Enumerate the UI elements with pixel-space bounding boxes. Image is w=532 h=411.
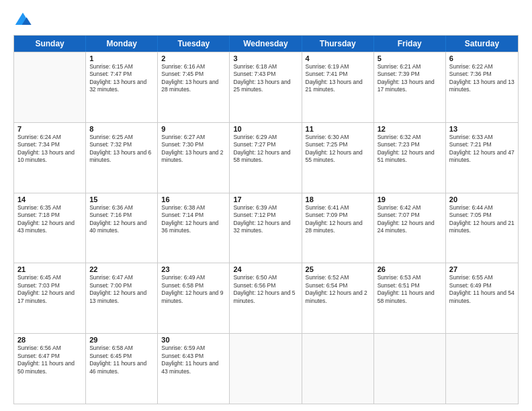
calendar-header: SundayMondayTuesdayWednesdayThursdayFrid… — [14, 36, 518, 52]
sun-info: Sunrise: 6:24 AM Sunset: 7:34 PM Dayligh… — [17, 134, 82, 165]
sun-info: Sunrise: 6:35 AM Sunset: 7:18 PM Dayligh… — [17, 204, 82, 235]
calendar-row-1: 1Sunrise: 6:15 AM Sunset: 7:47 PM Daylig… — [14, 52, 518, 122]
calendar-row-5: 28Sunrise: 6:56 AM Sunset: 6:47 PM Dayli… — [14, 333, 518, 404]
calendar-cell: 13Sunrise: 6:33 AM Sunset: 7:21 PM Dayli… — [446, 123, 518, 193]
calendar-cell: 2Sunrise: 6:16 AM Sunset: 7:45 PM Daylig… — [158, 52, 230, 122]
header-day-sunday: Sunday — [14, 36, 86, 52]
calendar-cell — [230, 334, 302, 404]
sun-info: Sunrise: 6:47 AM Sunset: 7:00 PM Dayligh… — [89, 274, 154, 305]
day-number: 23 — [161, 265, 226, 273]
day-number: 19 — [378, 195, 442, 203]
calendar: SundayMondayTuesdayWednesdayThursdayFrid… — [13, 35, 519, 404]
calendar-body: 1Sunrise: 6:15 AM Sunset: 7:47 PM Daylig… — [14, 52, 518, 404]
header-day-tuesday: Tuesday — [158, 36, 230, 52]
day-number: 9 — [161, 125, 226, 133]
day-number: 20 — [449, 195, 515, 203]
day-number: 29 — [89, 336, 154, 344]
sun-info: Sunrise: 6:21 AM Sunset: 7:39 PM Dayligh… — [378, 63, 442, 94]
calendar-cell — [446, 334, 518, 404]
day-number: 26 — [378, 265, 442, 273]
calendar-cell: 23Sunrise: 6:49 AM Sunset: 6:58 PM Dayli… — [158, 263, 230, 333]
calendar-cell: 24Sunrise: 6:50 AM Sunset: 6:56 PM Dayli… — [230, 263, 302, 333]
day-number: 2 — [161, 54, 226, 62]
day-number: 30 — [161, 336, 226, 344]
day-number: 24 — [233, 265, 298, 273]
day-number: 13 — [449, 125, 515, 133]
sun-info: Sunrise: 6:33 AM Sunset: 7:21 PM Dayligh… — [449, 134, 515, 165]
sun-info: Sunrise: 6:25 AM Sunset: 7:32 PM Dayligh… — [89, 134, 154, 165]
header — [13, 11, 519, 30]
sun-info: Sunrise: 6:44 AM Sunset: 7:05 PM Dayligh… — [449, 204, 515, 235]
sun-info: Sunrise: 6:38 AM Sunset: 7:14 PM Dayligh… — [161, 204, 226, 235]
calendar-cell: 4Sunrise: 6:19 AM Sunset: 7:41 PM Daylig… — [302, 52, 374, 122]
calendar-cell: 7Sunrise: 6:24 AM Sunset: 7:34 PM Daylig… — [14, 123, 86, 193]
sun-info: Sunrise: 6:45 AM Sunset: 7:03 PM Dayligh… — [17, 274, 82, 305]
sun-info: Sunrise: 6:56 AM Sunset: 6:47 PM Dayligh… — [17, 345, 82, 375]
day-number: 8 — [89, 125, 154, 133]
calendar-row-2: 7Sunrise: 6:24 AM Sunset: 7:34 PM Daylig… — [14, 122, 518, 193]
day-number: 22 — [89, 265, 154, 273]
calendar-cell: 28Sunrise: 6:56 AM Sunset: 6:47 PM Dayli… — [14, 334, 86, 404]
sun-info: Sunrise: 6:32 AM Sunset: 7:23 PM Dayligh… — [378, 134, 442, 165]
sun-info: Sunrise: 6:16 AM Sunset: 7:45 PM Dayligh… — [161, 63, 226, 94]
sun-info: Sunrise: 6:41 AM Sunset: 7:09 PM Dayligh… — [306, 204, 370, 235]
sun-info: Sunrise: 6:58 AM Sunset: 6:45 PM Dayligh… — [89, 345, 154, 375]
header-day-saturday: Saturday — [446, 36, 518, 52]
day-number: 10 — [233, 125, 298, 133]
sun-info: Sunrise: 6:27 AM Sunset: 7:30 PM Dayligh… — [161, 134, 226, 165]
calendar-cell: 25Sunrise: 6:52 AM Sunset: 6:54 PM Dayli… — [302, 263, 374, 333]
calendar-cell: 12Sunrise: 6:32 AM Sunset: 7:23 PM Dayli… — [374, 123, 446, 193]
calendar-cell: 15Sunrise: 6:36 AM Sunset: 7:16 PM Dayli… — [86, 193, 158, 263]
logo-icon — [13, 11, 32, 30]
calendar-cell: 20Sunrise: 6:44 AM Sunset: 7:05 PM Dayli… — [446, 193, 518, 263]
day-number: 25 — [306, 265, 370, 273]
calendar-cell: 16Sunrise: 6:38 AM Sunset: 7:14 PM Dayli… — [158, 193, 230, 263]
calendar-cell: 22Sunrise: 6:47 AM Sunset: 7:00 PM Dayli… — [86, 263, 158, 333]
day-number: 3 — [233, 54, 298, 62]
sun-info: Sunrise: 6:19 AM Sunset: 7:41 PM Dayligh… — [306, 63, 370, 94]
sun-info: Sunrise: 6:49 AM Sunset: 6:58 PM Dayligh… — [161, 274, 226, 305]
calendar-cell: 1Sunrise: 6:15 AM Sunset: 7:47 PM Daylig… — [86, 52, 158, 122]
sun-info: Sunrise: 6:15 AM Sunset: 7:47 PM Dayligh… — [89, 63, 154, 94]
sun-info: Sunrise: 6:53 AM Sunset: 6:51 PM Dayligh… — [378, 274, 442, 305]
sun-info: Sunrise: 6:42 AM Sunset: 7:07 PM Dayligh… — [378, 204, 442, 235]
calendar-cell: 14Sunrise: 6:35 AM Sunset: 7:18 PM Dayli… — [14, 193, 86, 263]
calendar-cell: 21Sunrise: 6:45 AM Sunset: 7:03 PM Dayli… — [14, 263, 86, 333]
sun-info: Sunrise: 6:30 AM Sunset: 7:25 PM Dayligh… — [306, 134, 370, 165]
day-number: 12 — [378, 125, 442, 133]
page: SundayMondayTuesdayWednesdayThursdayFrid… — [0, 0, 532, 411]
calendar-cell — [374, 334, 446, 404]
day-number: 7 — [17, 125, 82, 133]
calendar-cell: 3Sunrise: 6:18 AM Sunset: 7:43 PM Daylig… — [230, 52, 302, 122]
calendar-cell: 5Sunrise: 6:21 AM Sunset: 7:39 PM Daylig… — [374, 52, 446, 122]
calendar-cell: 17Sunrise: 6:39 AM Sunset: 7:12 PM Dayli… — [230, 193, 302, 263]
header-day-monday: Monday — [86, 36, 158, 52]
header-day-thursday: Thursday — [302, 36, 374, 52]
day-number: 6 — [449, 54, 515, 62]
header-day-wednesday: Wednesday — [230, 36, 302, 52]
day-number: 27 — [449, 265, 515, 273]
day-number: 16 — [161, 195, 226, 203]
calendar-cell: 19Sunrise: 6:42 AM Sunset: 7:07 PM Dayli… — [374, 193, 446, 263]
day-number: 18 — [306, 195, 370, 203]
day-number: 14 — [17, 195, 82, 203]
day-number: 4 — [306, 54, 370, 62]
day-number: 5 — [378, 54, 442, 62]
header-day-friday: Friday — [374, 36, 446, 52]
calendar-cell: 30Sunrise: 6:59 AM Sunset: 6:43 PM Dayli… — [158, 334, 230, 404]
sun-info: Sunrise: 6:55 AM Sunset: 6:49 PM Dayligh… — [449, 274, 515, 305]
day-number: 17 — [233, 195, 298, 203]
calendar-cell — [302, 334, 374, 404]
sun-info: Sunrise: 6:22 AM Sunset: 7:36 PM Dayligh… — [449, 63, 515, 94]
sun-info: Sunrise: 6:29 AM Sunset: 7:27 PM Dayligh… — [233, 134, 298, 165]
calendar-cell: 6Sunrise: 6:22 AM Sunset: 7:36 PM Daylig… — [446, 52, 518, 122]
day-number: 1 — [89, 54, 154, 62]
calendar-cell: 27Sunrise: 6:55 AM Sunset: 6:49 PM Dayli… — [446, 263, 518, 333]
calendar-cell — [14, 52, 86, 122]
logo — [13, 11, 35, 30]
sun-info: Sunrise: 6:36 AM Sunset: 7:16 PM Dayligh… — [89, 204, 154, 235]
day-number: 21 — [17, 265, 82, 273]
calendar-row-3: 14Sunrise: 6:35 AM Sunset: 7:18 PM Dayli… — [14, 193, 518, 263]
calendar-cell: 18Sunrise: 6:41 AM Sunset: 7:09 PM Dayli… — [302, 193, 374, 263]
day-number: 11 — [306, 125, 370, 133]
